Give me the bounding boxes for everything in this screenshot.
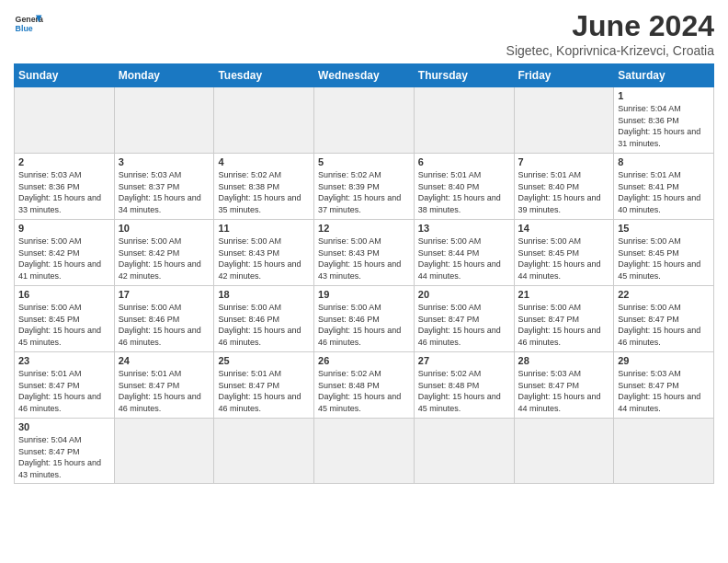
- day-number: 18: [218, 289, 310, 300]
- day-number: 23: [18, 355, 110, 366]
- day-info: Sunrise: 5:00 AMSunset: 8:42 PMDaylight:…: [119, 236, 210, 282]
- calendar-cell: 12Sunrise: 5:00 AMSunset: 8:43 PMDayligh…: [314, 220, 415, 286]
- day-info: Sunrise: 5:01 AMSunset: 8:40 PMDaylight:…: [518, 169, 610, 215]
- calendar-cell: [214, 87, 314, 154]
- day-number: 20: [418, 289, 510, 300]
- location-subtitle: Sigetec, Koprivnica-Krizevci, Croatia: [506, 43, 714, 58]
- calendar-cell: 26Sunrise: 5:02 AMSunset: 8:48 PMDayligh…: [314, 352, 415, 419]
- header-day-thursday: Thursday: [414, 64, 514, 87]
- logo: General Blue: [14, 9, 43, 39]
- calendar-cell: 28Sunrise: 5:03 AMSunset: 8:47 PMDayligh…: [514, 352, 614, 419]
- header-row: SundayMondayTuesdayWednesdayThursdayFrid…: [15, 64, 714, 87]
- day-number: 17: [119, 289, 210, 300]
- calendar-cell: 19Sunrise: 5:00 AMSunset: 8:46 PMDayligh…: [314, 286, 415, 352]
- header-day-friday: Friday: [514, 64, 614, 87]
- calendar-cell: 11Sunrise: 5:00 AMSunset: 8:43 PMDayligh…: [214, 220, 314, 286]
- calendar-cell: 30Sunrise: 5:04 AMSunset: 8:47 PMDayligh…: [15, 419, 115, 484]
- calendar-cell: 6Sunrise: 5:01 AMSunset: 8:40 PMDaylight…: [414, 154, 514, 220]
- day-number: 30: [18, 421, 110, 432]
- day-number: 27: [418, 355, 510, 366]
- calendar-cell: [414, 419, 514, 484]
- calendar-week-5: 30Sunrise: 5:04 AMSunset: 8:47 PMDayligh…: [15, 419, 714, 484]
- day-info: Sunrise: 5:02 AMSunset: 8:38 PMDaylight:…: [218, 169, 310, 215]
- calendar-week-1: 2Sunrise: 5:03 AMSunset: 8:36 PMDaylight…: [15, 154, 714, 220]
- day-number: 15: [618, 223, 710, 234]
- day-info: Sunrise: 5:01 AMSunset: 8:47 PMDaylight:…: [218, 368, 310, 414]
- day-info: Sunrise: 5:01 AMSunset: 8:40 PMDaylight:…: [418, 169, 510, 215]
- calendar-cell: 17Sunrise: 5:00 AMSunset: 8:46 PMDayligh…: [114, 286, 214, 352]
- calendar-cell: 15Sunrise: 5:00 AMSunset: 8:45 PMDayligh…: [614, 220, 714, 286]
- calendar-cell: [214, 419, 314, 484]
- day-info: Sunrise: 5:03 AMSunset: 8:36 PMDaylight:…: [18, 169, 110, 215]
- day-info: Sunrise: 5:00 AMSunset: 8:43 PMDaylight:…: [218, 236, 310, 282]
- calendar-cell: [314, 87, 415, 154]
- day-number: 21: [518, 289, 610, 300]
- calendar-cell: 16Sunrise: 5:00 AMSunset: 8:45 PMDayligh…: [15, 286, 115, 352]
- day-number: 8: [618, 156, 710, 167]
- day-info: Sunrise: 5:00 AMSunset: 8:46 PMDaylight:…: [218, 302, 310, 348]
- calendar-cell: 5Sunrise: 5:02 AMSunset: 8:39 PMDaylight…: [314, 154, 415, 220]
- header-day-sunday: Sunday: [15, 64, 115, 87]
- header-day-wednesday: Wednesday: [314, 64, 415, 87]
- day-number: 26: [318, 355, 410, 366]
- calendar-cell: 13Sunrise: 5:00 AMSunset: 8:44 PMDayligh…: [414, 220, 514, 286]
- day-info: Sunrise: 5:04 AMSunset: 8:47 PMDaylight:…: [18, 434, 110, 480]
- day-number: 12: [318, 223, 410, 234]
- day-info: Sunrise: 5:00 AMSunset: 8:45 PMDaylight:…: [518, 236, 610, 282]
- day-number: 19: [318, 289, 410, 300]
- day-number: 24: [119, 355, 210, 366]
- header-day-tuesday: Tuesday: [214, 64, 314, 87]
- calendar-cell: 22Sunrise: 5:00 AMSunset: 8:47 PMDayligh…: [614, 286, 714, 352]
- calendar-cell: 9Sunrise: 5:00 AMSunset: 8:42 PMDaylight…: [15, 220, 115, 286]
- day-info: Sunrise: 5:03 AMSunset: 8:37 PMDaylight:…: [119, 169, 210, 215]
- generalblue-logo-icon: General Blue: [14, 9, 43, 39]
- calendar-cell: 27Sunrise: 5:02 AMSunset: 8:48 PMDayligh…: [414, 352, 514, 419]
- calendar-cell: 8Sunrise: 5:01 AMSunset: 8:41 PMDaylight…: [614, 154, 714, 220]
- calendar-cell: 23Sunrise: 5:01 AMSunset: 8:47 PMDayligh…: [15, 352, 115, 419]
- calendar-body: 1Sunrise: 5:04 AMSunset: 8:36 PMDaylight…: [15, 87, 714, 484]
- day-info: Sunrise: 5:00 AMSunset: 8:42 PMDaylight:…: [18, 236, 110, 282]
- day-info: Sunrise: 5:02 AMSunset: 8:48 PMDaylight:…: [318, 368, 410, 414]
- calendar-cell: [114, 87, 214, 154]
- day-number: 7: [518, 156, 610, 167]
- calendar-cell: 18Sunrise: 5:00 AMSunset: 8:46 PMDayligh…: [214, 286, 314, 352]
- day-number: 25: [218, 355, 310, 366]
- calendar-week-4: 23Sunrise: 5:01 AMSunset: 8:47 PMDayligh…: [15, 352, 714, 419]
- calendar-cell: 4Sunrise: 5:02 AMSunset: 8:38 PMDaylight…: [214, 154, 314, 220]
- day-number: 1: [618, 90, 710, 101]
- calendar-week-3: 16Sunrise: 5:00 AMSunset: 8:45 PMDayligh…: [15, 286, 714, 352]
- calendar-cell: [15, 87, 115, 154]
- calendar-cell: 3Sunrise: 5:03 AMSunset: 8:37 PMDaylight…: [114, 154, 214, 220]
- day-info: Sunrise: 5:03 AMSunset: 8:47 PMDaylight:…: [518, 368, 610, 414]
- calendar-cell: 10Sunrise: 5:00 AMSunset: 8:42 PMDayligh…: [114, 220, 214, 286]
- month-title: June 2024: [506, 9, 714, 43]
- day-number: 5: [318, 156, 410, 167]
- calendar-cell: [314, 419, 415, 484]
- day-info: Sunrise: 5:04 AMSunset: 8:36 PMDaylight:…: [618, 103, 710, 149]
- calendar-cell: [514, 87, 614, 154]
- day-info: Sunrise: 5:00 AMSunset: 8:45 PMDaylight:…: [618, 236, 710, 282]
- calendar-cell: 25Sunrise: 5:01 AMSunset: 8:47 PMDayligh…: [214, 352, 314, 419]
- day-number: 4: [218, 156, 310, 167]
- calendar-cell: [514, 419, 614, 484]
- day-number: 28: [518, 355, 610, 366]
- day-number: 13: [418, 223, 510, 234]
- title-block: June 2024 Sigetec, Koprivnica-Krizevci, …: [506, 9, 714, 58]
- day-number: 11: [218, 223, 310, 234]
- day-number: 10: [119, 223, 210, 234]
- calendar-cell: 2Sunrise: 5:03 AMSunset: 8:36 PMDaylight…: [15, 154, 115, 220]
- calendar-cell: 7Sunrise: 5:01 AMSunset: 8:40 PMDaylight…: [514, 154, 614, 220]
- header-day-saturday: Saturday: [614, 64, 714, 87]
- calendar-cell: [614, 419, 714, 484]
- day-info: Sunrise: 5:00 AMSunset: 8:47 PMDaylight:…: [618, 302, 710, 348]
- day-info: Sunrise: 5:00 AMSunset: 8:44 PMDaylight:…: [418, 236, 510, 282]
- calendar-cell: 29Sunrise: 5:03 AMSunset: 8:47 PMDayligh…: [614, 352, 714, 419]
- day-info: Sunrise: 5:00 AMSunset: 8:45 PMDaylight:…: [18, 302, 110, 348]
- day-info: Sunrise: 5:00 AMSunset: 8:47 PMDaylight:…: [518, 302, 610, 348]
- page-header: General Blue June 2024 Sigetec, Koprivni…: [14, 9, 714, 58]
- day-info: Sunrise: 5:00 AMSunset: 8:46 PMDaylight:…: [119, 302, 210, 348]
- header-day-monday: Monday: [114, 64, 214, 87]
- day-info: Sunrise: 5:01 AMSunset: 8:41 PMDaylight:…: [618, 169, 710, 215]
- day-number: 29: [618, 355, 710, 366]
- calendar-week-0: 1Sunrise: 5:04 AMSunset: 8:36 PMDaylight…: [15, 87, 714, 154]
